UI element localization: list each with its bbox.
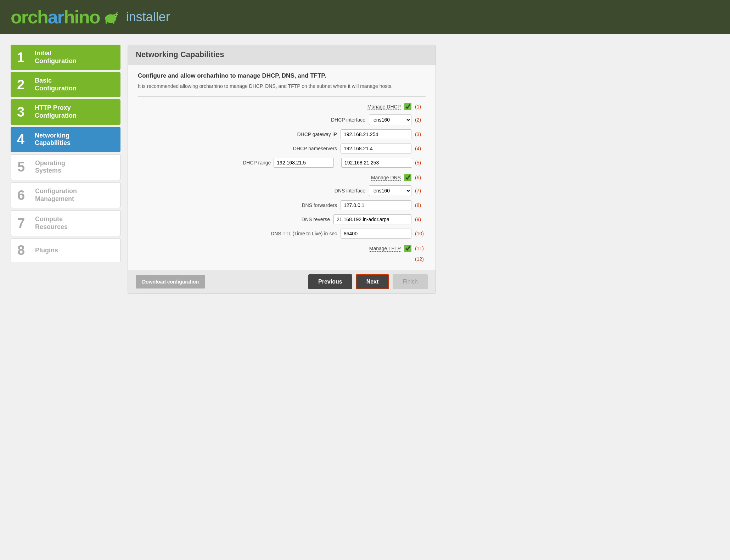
panel-description: It is recommended allowing orcharhino to… bbox=[138, 83, 426, 90]
last-ref-row: (12) bbox=[138, 256, 426, 262]
sidebar-label-4: NetworkingCapabilities bbox=[35, 132, 71, 147]
manage-dhcp-label: Manage DHCP bbox=[337, 104, 401, 110]
manage-dhcp-row: Manage DHCP (1) bbox=[138, 103, 426, 110]
sidebar-number-1: 1 bbox=[17, 51, 30, 64]
logo-orch: orch bbox=[11, 6, 48, 28]
dhcp-gateway-input[interactable] bbox=[341, 129, 411, 139]
dhcp-gateway-row: DHCP gateway IP (3) bbox=[138, 129, 426, 139]
sidebar-label-5: OperatingSystems bbox=[35, 159, 65, 175]
dns-ttl-ref: (10) bbox=[415, 231, 426, 236]
dhcp-range-end-input[interactable] bbox=[341, 158, 412, 168]
dns-interface-label: DNS interface bbox=[302, 188, 365, 194]
dhcp-range-dash: - bbox=[337, 160, 338, 166]
content-panel: Networking Capabilities Configure and al… bbox=[128, 45, 436, 294]
dhcp-range-label: DHCP range bbox=[235, 160, 271, 166]
dns-forwarders-ref: (8) bbox=[415, 202, 426, 208]
manage-dns-label: Manage DNS bbox=[337, 175, 401, 180]
dns-ttl-label: DNS TTL (Time to Live) in sec bbox=[271, 231, 337, 236]
dhcp-nameservers-input[interactable] bbox=[341, 144, 411, 153]
manage-dhcp-checkbox[interactable] bbox=[404, 103, 411, 110]
sidebar-number-8: 8 bbox=[17, 243, 30, 257]
dns-forwarders-label: DNS forwarders bbox=[273, 202, 337, 208]
dns-reverse-ref: (9) bbox=[415, 217, 426, 222]
panel-body: Configure and allow orcharhino to manage… bbox=[128, 65, 436, 270]
dhcp-interface-select[interactable]: ens160 bbox=[369, 114, 411, 125]
last-ref: (12) bbox=[415, 256, 426, 262]
app-header: orch ar hino installer bbox=[0, 0, 730, 34]
sidebar-number-4: 4 bbox=[17, 133, 30, 146]
dhcp-interface-row: DHCP interface ens160 (2) bbox=[138, 114, 426, 125]
dns-reverse-input[interactable] bbox=[333, 214, 411, 224]
dns-ttl-row: DNS TTL (Time to Live) in sec (10) bbox=[138, 229, 426, 239]
logo-hino: hino bbox=[64, 6, 100, 28]
form-section: Manage DHCP (1) DHCP interface ens160 (2… bbox=[138, 103, 426, 262]
dhcp-nameservers-row: DHCP nameservers (4) bbox=[138, 144, 426, 153]
manage-dns-ref: (6) bbox=[415, 175, 426, 180]
logo-ar: ar bbox=[48, 6, 64, 28]
sidebar-item-plugins[interactable]: 8 Plugins bbox=[11, 238, 120, 262]
dns-forwarders-input[interactable] bbox=[341, 200, 411, 210]
dns-interface-ref: (7) bbox=[415, 188, 426, 194]
sidebar-label-1: InitialConfiguration bbox=[35, 50, 77, 65]
manage-tftp-label: Manage TFTP bbox=[337, 246, 401, 251]
sidebar-item-basic-config[interactable]: 2 BasicConfiguration bbox=[11, 72, 120, 97]
dns-forwarders-row: DNS forwarders (8) bbox=[138, 200, 426, 210]
sidebar-item-compute-resources[interactable]: 7 ComputeResources bbox=[11, 210, 120, 236]
sidebar-number-5: 5 bbox=[17, 160, 30, 174]
sidebar-label-8: Plugins bbox=[35, 247, 58, 254]
panel-header: Networking Capabilities bbox=[128, 45, 436, 65]
sidebar-number-2: 2 bbox=[17, 78, 30, 91]
sidebar-item-networking[interactable]: 4 NetworkingCapabilities bbox=[11, 127, 120, 152]
dhcp-nameservers-ref: (4) bbox=[415, 146, 426, 151]
dhcp-interface-label: DHCP interface bbox=[302, 117, 365, 123]
sidebar-item-http-proxy[interactable]: 3 HTTP ProxyConfiguration bbox=[11, 99, 120, 124]
dhcp-interface-ref: (2) bbox=[415, 117, 426, 123]
section-divider bbox=[138, 96, 426, 97]
sidebar-number-3: 3 bbox=[17, 105, 30, 119]
sidebar-number-7: 7 bbox=[17, 217, 30, 230]
dns-ttl-input[interactable] bbox=[341, 229, 411, 239]
manage-tftp-ref: (11) bbox=[415, 246, 426, 251]
dns-interface-select[interactable]: ens160 bbox=[369, 185, 411, 196]
dhcp-range-row: DHCP range - (5) bbox=[138, 158, 426, 168]
manage-dns-row: Manage DNS (6) bbox=[138, 174, 426, 181]
sidebar-label-6: ConfigurationManagement bbox=[35, 187, 77, 203]
sidebar-label-7: ComputeResources bbox=[35, 215, 68, 231]
footer-left: Download configuration bbox=[136, 275, 205, 289]
panel-footer: Download configuration Previous Next Fin… bbox=[128, 270, 436, 293]
next-button[interactable]: Next bbox=[356, 274, 389, 289]
sidebar-label-3: HTTP ProxyConfiguration bbox=[35, 104, 77, 119]
manage-tftp-checkbox[interactable] bbox=[404, 245, 411, 252]
manage-dhcp-ref: (1) bbox=[415, 104, 426, 110]
main-content: 1 InitialConfiguration 2 BasicConfigurat… bbox=[0, 34, 447, 301]
sidebar-number-6: 6 bbox=[17, 189, 30, 202]
dhcp-nameservers-label: DHCP nameservers bbox=[273, 146, 337, 151]
dns-reverse-row: DNS reverse (9) bbox=[138, 214, 426, 224]
footer-right: Previous Next Finish bbox=[308, 274, 428, 289]
manage-dns-checkbox[interactable] bbox=[404, 174, 411, 181]
sidebar-item-initial-config[interactable]: 1 InitialConfiguration bbox=[11, 45, 120, 70]
download-config-button[interactable]: Download configuration bbox=[136, 275, 205, 289]
dhcp-gateway-ref: (3) bbox=[415, 131, 426, 137]
dhcp-range-ref: (5) bbox=[415, 160, 426, 166]
finish-button[interactable]: Finish bbox=[393, 274, 428, 289]
rhino-icon bbox=[101, 8, 120, 26]
previous-button[interactable]: Previous bbox=[308, 274, 352, 289]
dns-interface-row: DNS interface ens160 (7) bbox=[138, 185, 426, 196]
sidebar-item-operating-systems[interactable]: 5 OperatingSystems bbox=[11, 154, 120, 180]
dhcp-gateway-label: DHCP gateway IP bbox=[273, 131, 337, 137]
sidebar: 1 InitialConfiguration 2 BasicConfigurat… bbox=[11, 45, 120, 294]
panel-subtitle: Configure and allow orcharhino to manage… bbox=[138, 72, 426, 79]
sidebar-label-2: BasicConfiguration bbox=[35, 77, 77, 92]
installer-label: installer bbox=[126, 10, 170, 24]
sidebar-item-config-management[interactable]: 6 ConfigurationManagement bbox=[11, 182, 120, 208]
panel-title: Networking Capabilities bbox=[136, 50, 224, 59]
manage-tftp-row: Manage TFTP (11) bbox=[138, 245, 426, 252]
dns-reverse-label: DNS reverse bbox=[266, 217, 330, 222]
dhcp-range-start-input[interactable] bbox=[274, 158, 334, 168]
